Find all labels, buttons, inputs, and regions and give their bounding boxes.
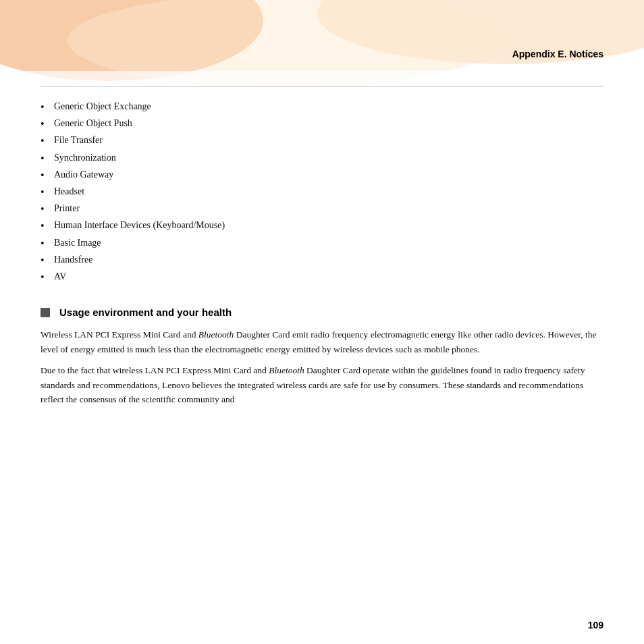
list-item: Synchronization [41, 149, 603, 166]
page-header-title: Appendix E. Notices [512, 49, 603, 59]
svg-rect-3 [0, 71, 644, 88]
section-heading-row: Usage environment and your health [41, 306, 603, 318]
list-item: Headset [41, 183, 603, 200]
page-number: 109 [588, 620, 603, 630]
paragraph-2: Due to the fact that wireless LAN PCI Ex… [41, 363, 603, 407]
list-item: Printer [41, 200, 603, 217]
page-number-text: 109 [588, 620, 603, 630]
list-item: Generic Object Push [41, 115, 603, 132]
header-decoration [0, 0, 644, 88]
svg-point-2 [68, 0, 500, 88]
main-content: Generic Object Exchange Generic Object P… [41, 98, 603, 603]
section-heading: Usage environment and your health [59, 306, 232, 318]
list-item: Handsfree [41, 251, 603, 268]
list-item: Generic Object Exchange [41, 98, 603, 115]
list-item: Basic Image [41, 234, 603, 251]
section-icon [41, 308, 50, 317]
list-item: File Transfer [41, 132, 603, 149]
svg-point-0 [0, 0, 263, 81]
features-list: Generic Object Exchange Generic Object P… [41, 98, 603, 285]
list-item: Human Interface Devices (Keyboard/Mouse) [41, 217, 603, 234]
header-divider [41, 86, 603, 87]
header-title-text: Appendix E. Notices [512, 49, 603, 59]
list-item: AV [41, 268, 603, 285]
list-item: Audio Gateway [41, 166, 603, 183]
paragraph-1: Wireless LAN PCI Express Mini Card and B… [41, 327, 603, 356]
